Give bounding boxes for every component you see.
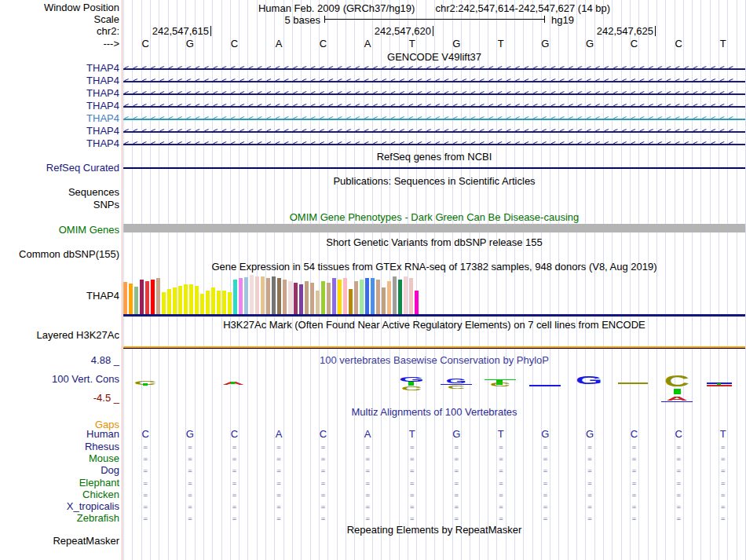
publications-sequences-label[interactable]: Sequences xyxy=(0,187,119,198)
multiz-alignment-mark[interactable]: = xyxy=(613,454,656,463)
gtex-tissue-bar[interactable] xyxy=(272,276,276,315)
multiz-alignment-mark[interactable]: = xyxy=(302,442,346,452)
gtex-tissue-bar[interactable] xyxy=(228,292,232,315)
multiz-alignment-mark[interactable]: = xyxy=(257,490,301,500)
multiz-alignment-mark[interactable]: = xyxy=(212,502,256,511)
multiz-alignment-mark[interactable]: = xyxy=(168,478,212,488)
transcript-label[interactable]: THAP4 xyxy=(0,138,119,149)
multiz-alignment-mark[interactable]: = xyxy=(390,454,434,463)
refseq-curated-gene-line[interactable] xyxy=(123,167,745,169)
gtex-tissue-bar[interactable] xyxy=(327,283,331,315)
multiz-alignment-mark[interactable]: = xyxy=(346,502,389,511)
gtex-tissue-bar[interactable] xyxy=(316,291,320,315)
multiz-alignment-mark[interactable]: = xyxy=(168,502,212,511)
transcript-item[interactable]: <<<<<<<<<<<<<<<<<<<<<<<<<<<<<<<<<<<<<<<<… xyxy=(123,62,745,75)
multiz-alignment-mark[interactable]: = xyxy=(123,466,167,475)
multiz-alignment-mark[interactable]: = xyxy=(123,454,167,463)
multiz-species-label[interactable]: Elephant xyxy=(0,478,119,489)
gtex-tissue-bar[interactable] xyxy=(250,275,254,315)
sequence-base[interactable]: A xyxy=(257,38,301,49)
sequence-base[interactable]: T xyxy=(479,38,523,49)
multiz-alignment-mark[interactable]: = xyxy=(123,490,167,500)
sequence-base[interactable]: C xyxy=(613,38,656,49)
gtex-tissue-bar[interactable] xyxy=(343,278,347,315)
gtex-tissue-bar[interactable] xyxy=(360,280,364,315)
multiz-alignment-mark[interactable]: = xyxy=(257,454,301,463)
multiz-alignment-mark[interactable]: = xyxy=(523,478,567,488)
multiz-alignment-mark[interactable]: = xyxy=(479,502,523,511)
multiz-alignment-mark[interactable]: = xyxy=(568,466,612,475)
gtex-gene-label[interactable]: THAP4 xyxy=(0,291,119,302)
multiz-alignment-mark[interactable]: = xyxy=(168,466,212,475)
gtex-tissue-bar[interactable] xyxy=(123,282,127,315)
multiz-alignment-mark[interactable]: = xyxy=(346,442,389,452)
multiz-alignment-mark[interactable]: = xyxy=(390,442,434,452)
gtex-tissue-bar[interactable] xyxy=(305,281,309,315)
multiz-alignment-mark[interactable]: = xyxy=(257,514,301,523)
multiz-alignment-mark[interactable]: = xyxy=(701,514,745,523)
multiz-alignment-mark[interactable]: = xyxy=(479,466,523,475)
gtex-tissue-bar[interactable] xyxy=(145,281,149,315)
sequence-base[interactable]: C xyxy=(123,38,167,49)
multiz-alignment-mark[interactable]: = xyxy=(302,502,346,511)
multiz-alignment-mark[interactable]: = xyxy=(390,502,434,511)
multiz-alignment-mark[interactable]: = xyxy=(302,466,346,475)
multiz-alignment-mark[interactable]: = xyxy=(523,454,567,463)
multiz-alignment-mark[interactable]: = xyxy=(390,466,434,475)
multiz-alignment-mark[interactable]: = xyxy=(168,442,212,452)
gtex-tissue-bar[interactable] xyxy=(255,276,259,315)
omim-genes-label[interactable]: OMIM Genes xyxy=(0,225,119,236)
gtex-tissue-bar[interactable] xyxy=(288,281,292,315)
transcript-label[interactable]: THAP4 xyxy=(0,63,119,74)
multiz-alignment-mark[interactable]: = xyxy=(434,442,478,452)
multiz-alignment-mark[interactable]: = xyxy=(523,466,567,475)
multiz-alignment-mark[interactable]: = xyxy=(168,454,212,463)
transcript-item[interactable]: <<<<<<<<<<<<<<<<<<<<<<<<<<<<<<<<<<<<<<<<… xyxy=(123,87,745,100)
multiz-species-label[interactable]: Zebrafish xyxy=(0,513,119,524)
gtex-tissue-bar[interactable] xyxy=(299,284,303,315)
layered-h3k27ac-label[interactable]: Layered H3K27Ac xyxy=(0,330,119,341)
multiz-human-base[interactable]: G xyxy=(434,429,478,440)
gtex-tissue-bar[interactable] xyxy=(162,292,166,315)
multiz-alignment-mark[interactable]: = xyxy=(346,478,389,488)
multiz-alignment-mark[interactable]: = xyxy=(390,490,434,500)
gtex-tissue-bar[interactable] xyxy=(371,278,375,315)
multiz-alignment-mark[interactable]: = xyxy=(346,490,389,500)
gtex-tissue-bar[interactable] xyxy=(140,280,144,315)
multiz-human-base[interactable]: G xyxy=(523,429,567,440)
gtex-tissue-bar[interactable] xyxy=(393,276,397,315)
transcript-item[interactable]: <<<<<<<<<<<<<<<<<<<<<<<<<<<<<<<<<<<<<<<<… xyxy=(123,112,745,125)
transcript-label[interactable]: THAP4 xyxy=(0,113,119,124)
multiz-human-base[interactable]: G xyxy=(568,429,612,440)
multiz-alignment-mark[interactable]: = xyxy=(523,502,567,511)
multiz-human-base[interactable]: T xyxy=(479,429,523,440)
multiz-alignment-mark[interactable]: = xyxy=(302,490,346,500)
multiz-alignment-mark[interactable]: = xyxy=(656,454,700,463)
conservation-track-label[interactable]: 100 Vert. Cons xyxy=(0,374,119,385)
gtex-gene-model-line[interactable] xyxy=(123,314,745,317)
multiz-alignment-mark[interactable]: = xyxy=(568,454,612,463)
gtex-tissue-bar[interactable] xyxy=(310,283,314,315)
repeatmasker-label[interactable]: RepeatMasker xyxy=(0,536,119,547)
multiz-alignment-mark[interactable]: = xyxy=(701,502,745,511)
gtex-tissue-bar[interactable] xyxy=(129,284,133,315)
gtex-tissue-bar[interactable] xyxy=(338,280,342,315)
multiz-alignment-mark[interactable]: = xyxy=(656,490,700,500)
transcript-label[interactable]: THAP4 xyxy=(0,101,119,112)
gtex-tissue-bar[interactable] xyxy=(217,291,221,315)
multiz-alignment-mark[interactable]: = xyxy=(434,514,478,523)
transcript-label[interactable]: THAP4 xyxy=(0,88,119,99)
multiz-alignment-mark[interactable]: = xyxy=(613,478,656,488)
multiz-alignment-mark[interactable]: = xyxy=(434,502,478,511)
gtex-tissue-bar[interactable] xyxy=(354,281,358,315)
multiz-alignment-mark[interactable]: = xyxy=(212,454,256,463)
multiz-alignment-mark[interactable]: = xyxy=(613,514,656,523)
multiz-alignment-mark[interactable]: = xyxy=(123,502,167,511)
multiz-alignment-mark[interactable]: = xyxy=(346,454,389,463)
gtex-tissue-bar[interactable] xyxy=(189,284,193,315)
transcript-item[interactable]: <<<<<<<<<<<<<<<<<<<<<<<<<<<<<<<<<<<<<<<<… xyxy=(123,125,745,137)
multiz-alignment-mark[interactable]: = xyxy=(613,466,656,475)
multiz-alignment-mark[interactable]: = xyxy=(434,490,478,500)
multiz-alignment-mark[interactable]: = xyxy=(656,502,700,511)
multiz-alignment-mark[interactable]: = xyxy=(568,442,612,452)
